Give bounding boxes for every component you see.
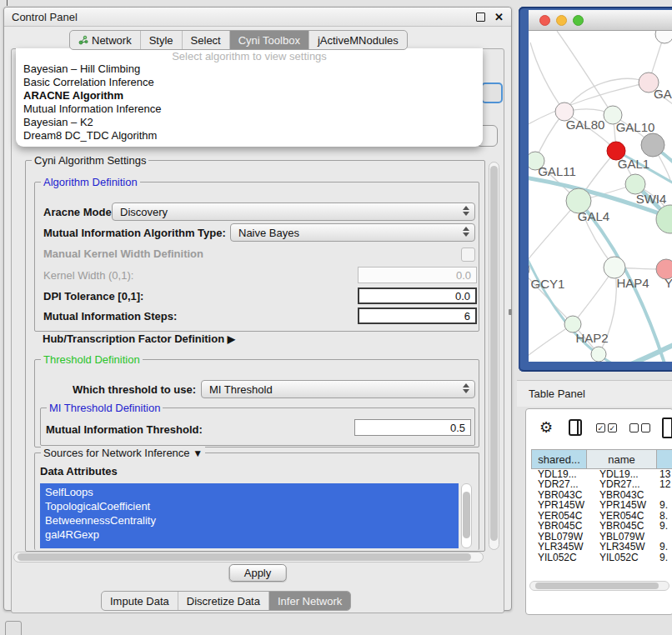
- select-all-checks-icon[interactable]: ✓ ✓: [596, 423, 617, 432]
- mi-type-label: Mutual Information Algorithm Type:: [43, 227, 226, 239]
- tab-discretize-data[interactable]: Discretize Data: [178, 592, 268, 610]
- table-cell: 13: [657, 469, 672, 479]
- settings-horizontal-scrollbar[interactable]: [13, 552, 484, 562]
- tab-impute-data[interactable]: Impute Data: [102, 592, 178, 610]
- tab-label: jActiveMNodules: [318, 34, 399, 47]
- table-cell: 8.: [657, 511, 672, 521]
- tab-label: Select: [191, 34, 221, 47]
- gear-icon[interactable]: ⚙: [539, 420, 553, 435]
- table-cell: YBR045C: [531, 521, 587, 531]
- table-toolbar: ⚙ ✓ ✓: [526, 409, 672, 446]
- tab-style[interactable]: Style: [140, 31, 182, 49]
- mi-threshold-group-title: MI Threshold Definition: [47, 402, 163, 414]
- column-header-shared-name[interactable]: shared...: [531, 449, 587, 469]
- attribute-item-topologicalcoefficient[interactable]: TopologicalCoefficient: [45, 499, 459, 513]
- network-view-window: GALGAL80GAL10GAL1GAL11SWI4GAL4GCY1HAP4YH…: [519, 7, 672, 372]
- tab-network[interactable]: Network: [70, 31, 140, 49]
- column-header-partial[interactable]: [657, 449, 672, 469]
- table-row[interactable]: YER054CYER054C8.: [531, 511, 672, 521]
- mi-threshold-label: Mutual Information Threshold:: [46, 423, 203, 436]
- table-row[interactable]: YLR345WYLR345W9.: [531, 542, 672, 552]
- node-label-hap4: HAP4: [616, 276, 649, 290]
- network-icon: [78, 35, 88, 45]
- tab-cyni-toolbox[interactable]: Cyni Toolbox: [229, 31, 308, 49]
- tab-label: Network: [92, 34, 132, 47]
- float-window-icon[interactable]: [476, 12, 485, 22]
- attribute-item-selfloops[interactable]: SelfLoops: [45, 485, 459, 499]
- table-row[interactable]: YIL052CYIL052C9.: [531, 552, 672, 562]
- table-cell: YBL079W: [531, 532, 587, 542]
- zoom-traffic-light-icon[interactable]: [573, 15, 584, 26]
- table-row[interactable]: YBR043CYBR043C: [531, 490, 672, 500]
- table-cell: YBR045C: [587, 521, 657, 531]
- table-cell: YPR145W: [531, 500, 587, 510]
- network-node[interactable]: [655, 31, 672, 43]
- table-cell: 9.: [657, 552, 672, 562]
- table-panel-title: Table Panel: [529, 388, 585, 400]
- table-cell: YDL19...: [587, 469, 657, 479]
- tab-jactivemnodules[interactable]: jActiveMNodules: [308, 31, 407, 49]
- network-canvas[interactable]: GALGAL80GAL10GAL1GAL11SWI4GAL4GCY1HAP4YH…: [529, 31, 672, 362]
- table-cell: YLR345W: [587, 542, 657, 552]
- desktop: Control Panel ✕ NetworkStyleSelectCyni T…: [0, 0, 672, 635]
- aracne-mode-label: Aracne Mode:: [43, 206, 115, 218]
- minimize-traffic-light-icon[interactable]: [556, 15, 567, 26]
- mi-type-select[interactable]: Naive Bayes: [230, 223, 475, 242]
- attribute-item-betweennesscentrality[interactable]: BetweennessCentrality: [45, 513, 459, 528]
- manual-kernel-checkbox[interactable]: [461, 248, 475, 262]
- manual-kernel-label: Manual Kernel Width Definition: [43, 248, 203, 260]
- table-row[interactable]: YBR045CYBR045C9.: [531, 521, 672, 531]
- network-node[interactable]: [641, 133, 664, 157]
- attributes-scrollbar[interactable]: [461, 483, 472, 548]
- mi-threshold-input[interactable]: 0.5: [354, 419, 471, 436]
- mi-threshold-group: MI Threshold Definition Mutual Informati…: [40, 408, 475, 446]
- new-table-icon[interactable]: [662, 418, 672, 438]
- sources-title-text: Sources for Network Inference: [43, 447, 190, 459]
- settings-group-title: Cyni Algorithm Settings: [32, 154, 148, 167]
- which-threshold-select[interactable]: MI Threshold: [201, 380, 475, 398]
- table-row[interactable]: YBL079WYBL079W: [531, 532, 672, 542]
- tab-infer-network[interactable]: Infer Network: [268, 592, 350, 610]
- table-row[interactable]: YPR145WYPR145W9.: [531, 500, 672, 510]
- tab-select[interactable]: Select: [182, 31, 229, 49]
- algorithm-option-aracne-algorithm[interactable]: ARACNE Algorithm: [16, 89, 483, 102]
- table-cell: 9.: [657, 542, 672, 552]
- network-node[interactable]: [591, 347, 606, 362]
- table-row[interactable]: YDR27...YDR27...12: [531, 479, 672, 489]
- table-cell: YDR27...: [587, 479, 657, 489]
- window-title: Control Panel: [12, 11, 476, 23]
- algorithm-option-bayesian-k2[interactable]: Bayesian – K2: [16, 116, 483, 129]
- table-horizontal-scrollbar[interactable]: [529, 581, 669, 591]
- column-header-name[interactable]: name: [587, 449, 657, 469]
- algorithm-option-mutual-information-inference[interactable]: Mutual Information Inference: [16, 102, 483, 116]
- split-columns-icon[interactable]: [569, 419, 582, 436]
- tab-label: Discretize Data: [187, 595, 260, 608]
- threshold-definition-title: Threshold Definition: [41, 353, 143, 366]
- apply-button[interactable]: Apply: [229, 564, 287, 582]
- deselect-all-checks-icon[interactable]: [629, 423, 650, 432]
- node-label-gal4: GAL4: [578, 209, 609, 223]
- algorithm-definition-group: Algorithm Definition Aracne Mode: Discov…: [34, 182, 479, 332]
- aracne-mode-select[interactable]: Discovery: [112, 202, 475, 221]
- table-cell: YER054C: [531, 511, 587, 521]
- unchecked-box-icon: [641, 423, 650, 432]
- network-node-hap2[interactable]: [564, 316, 581, 332]
- close-traffic-light-icon[interactable]: [539, 15, 550, 26]
- which-threshold-label: Which threshold to use:: [73, 383, 196, 396]
- table-row[interactable]: YDL19...YDL19...13: [531, 469, 672, 479]
- minimized-panel-tab[interactable]: [5, 621, 22, 635]
- settings-vertical-scrollbar[interactable]: [489, 162, 499, 550]
- tab-label: Infer Network: [278, 595, 342, 608]
- algorithm-option-dream8-dc-tdc-algorithm[interactable]: Dream8 DC_TDC Algorithm: [16, 129, 483, 142]
- attribute-item-gal4rgexp[interactable]: gal4RGexp: [45, 528, 459, 542]
- algorithm-option-bayesian-hill-climbing[interactable]: Bayesian – Hill Climbing: [16, 62, 483, 76]
- panel-splitter-handle[interactable]: [509, 309, 512, 315]
- data-attributes-list[interactable]: SelfLoopsTopologicalCoefficientBetweenne…: [40, 483, 459, 548]
- dpi-tolerance-input[interactable]: 0.0: [358, 288, 477, 304]
- algorithm-option-basic-correlation-inference[interactable]: Basic Correlation Inference: [16, 76, 483, 89]
- mi-steps-input[interactable]: 6: [358, 308, 477, 324]
- sources-group-title[interactable]: Sources for Network Inference ▼: [41, 447, 205, 459]
- hub-definition-toggle[interactable]: Hub/Transcription Factor Definition ▶: [43, 332, 235, 345]
- tab-label: Style: [149, 34, 173, 47]
- close-icon[interactable]: ✕: [494, 12, 504, 22]
